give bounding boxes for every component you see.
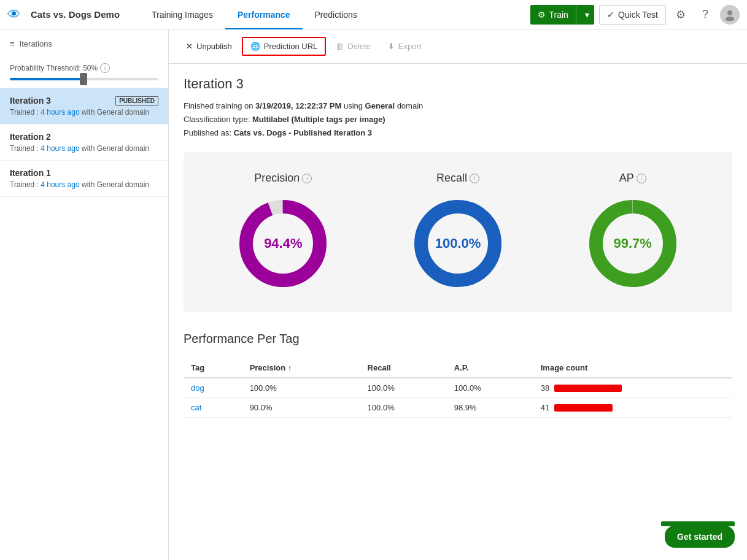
threshold-section: Probability Threshold: 50% i: [0, 56, 168, 88]
info-line-2: Classification type: Multilabel (Multipl…: [184, 113, 732, 126]
metrics-container: Precision i 94.4% Recall: [184, 152, 732, 312]
info-date: 3/19/2019, 12:22:37 PM: [255, 101, 341, 110]
cat-count-cell: 41: [533, 398, 732, 418]
ap-metric: AP i 99.7%: [584, 172, 682, 293]
main-content: ✕ Unpublish 🌐 Prediction URL 🗑 Delete ⬇ …: [169, 29, 747, 560]
quick-test-label: Quick Test: [618, 10, 658, 20]
ap-donut: 99.7%: [584, 194, 682, 293]
info-published-as: Cats vs. Dogs - Published Iteration 3: [234, 128, 372, 137]
prediction-url-label: Prediction URL: [264, 42, 317, 51]
dog-tag-cell: dog: [184, 378, 242, 398]
precision-donut: 94.4%: [234, 194, 332, 293]
iteration-info: Finished training on 3/19/2019, 12:22:37…: [184, 99, 732, 140]
ap-info-icon[interactable]: i: [637, 174, 646, 183]
sort-up-icon: ↑: [288, 363, 292, 372]
info-line-1: Finished training on 3/19/2019, 12:22:37…: [184, 99, 732, 113]
threshold-slider[interactable]: [10, 78, 158, 80]
export-label: Export: [398, 42, 422, 51]
sidebar-iterations-section: ≡ Iterations: [0, 39, 168, 56]
tab-training-images[interactable]: Training Images: [139, 0, 225, 29]
dog-bar: [554, 385, 622, 392]
col-image-count: Image count: [533, 358, 732, 378]
prediction-url-button[interactable]: 🌐 Prediction URL: [242, 37, 326, 56]
published-badge: PUBLISHED: [115, 96, 158, 105]
recall-metric: Recall i 100.0%: [409, 172, 507, 293]
sidebar: ≡ Iterations Probability Threshold: 50% …: [0, 29, 169, 560]
iterations-label: ≡ Iterations: [10, 39, 158, 48]
download-icon: ⬇: [388, 42, 395, 51]
cat-bar: [554, 404, 613, 412]
recall-info-icon[interactable]: i: [470, 174, 479, 183]
main-layout: ≡ Iterations Probability Threshold: 50% …: [0, 29, 747, 560]
layers-icon: ≡: [10, 39, 15, 48]
dog-count-cell: 38: [533, 378, 732, 398]
perf-table: Tag Precision ↑ Recall A.P. Image count …: [184, 358, 732, 418]
slider-thumb[interactable]: [80, 73, 87, 85]
train-main[interactable]: ⚙ Train: [530, 5, 576, 25]
iteration-item-2[interactable]: Iteration 2 Trained : 4 hours ago with G…: [0, 125, 168, 161]
gear-icon: ⚙: [538, 10, 546, 20]
unpublish-label: Unpublish: [196, 42, 232, 51]
train-label: Train: [549, 10, 568, 20]
page-content: Iteration 3 Finished training on 3/19/20…: [169, 64, 747, 430]
train-button[interactable]: ⚙ Train ▾: [530, 5, 594, 25]
cat-tag-link[interactable]: cat: [191, 403, 201, 412]
cat-precision-cell: 90.0%: [242, 398, 360, 418]
iteration-2-detail: Trained : 4 hours ago with General domai…: [10, 144, 158, 153]
page-title: Iteration 3: [184, 76, 732, 92]
delete-button[interactable]: 🗑 Delete: [328, 38, 378, 55]
iteration-1-header: Iteration 1: [10, 168, 158, 178]
iteration-2-header: Iteration 2: [10, 132, 158, 142]
info-line-3: Published as: Cats vs. Dogs - Published …: [184, 126, 732, 140]
col-recall: Recall: [360, 358, 447, 378]
dog-ap-cell: 100.0%: [447, 378, 533, 398]
ap-value: 99.7%: [613, 236, 651, 251]
dog-precision-cell: 100.0%: [242, 378, 360, 398]
help-button[interactable]: ?: [695, 5, 715, 25]
iteration-1-detail: Trained : 4 hours ago with General domai…: [10, 180, 158, 189]
content-toolbar: ✕ Unpublish 🌐 Prediction URL 🗑 Delete ⬇ …: [169, 29, 747, 64]
app-title: Cats vs. Dogs Demo: [31, 9, 120, 20]
info-classification: Multilabel (Multiple tags per image): [252, 115, 385, 124]
iteration-3-time-link[interactable]: 4 hours ago: [41, 108, 79, 117]
recall-donut: 100.0%: [409, 194, 507, 293]
dog-recall-cell: 100.0%: [360, 378, 447, 398]
iteration-2-time-link[interactable]: 4 hours ago: [41, 144, 79, 153]
settings-button[interactable]: ⚙: [671, 5, 691, 25]
table-body: dog 100.0% 100.0% 100.0% 38: [184, 378, 732, 418]
iteration-1-time-link[interactable]: 4 hours ago: [41, 180, 79, 189]
col-ap: A.P.: [447, 358, 533, 378]
tab-predictions[interactable]: Predictions: [303, 0, 370, 29]
dog-tag-link[interactable]: dog: [191, 383, 204, 393]
app-logo: 👁: [7, 7, 21, 23]
threshold-info-icon[interactable]: i: [100, 63, 110, 73]
quick-test-button[interactable]: ✓ Quick Test: [599, 5, 666, 25]
train-dropdown-arrow[interactable]: ▾: [580, 5, 594, 25]
iteration-2-name: Iteration 2: [10, 132, 51, 142]
iteration-item-1[interactable]: Iteration 1 Trained : 4 hours ago with G…: [0, 161, 168, 197]
header-actions: ⚙ Train ▾ ✓ Quick Test ⚙ ?: [530, 5, 740, 25]
slider-fill: [10, 78, 84, 80]
iteration-1-name: Iteration 1: [10, 168, 51, 178]
trash-icon: 🗑: [336, 42, 344, 51]
tab-performance[interactable]: Performance: [225, 0, 303, 29]
ap-label: AP i: [619, 172, 646, 185]
avatar-icon: [724, 9, 736, 21]
export-button[interactable]: ⬇ Export: [381, 38, 429, 55]
iteration-item-3[interactable]: Iteration 3 PUBLISHED Trained : 4 hours …: [0, 88, 168, 125]
iteration-3-name: Iteration 3: [10, 96, 51, 105]
main-nav: Training Images Performance Predictions: [139, 0, 525, 29]
user-avatar[interactable]: [720, 5, 740, 25]
get-started-button[interactable]: Get started: [665, 526, 735, 548]
unpublish-button[interactable]: ✕ Unpublish: [179, 38, 239, 55]
precision-info-icon[interactable]: i: [302, 174, 312, 183]
svg-point-0: [727, 10, 732, 15]
perf-per-tag-title: Performance Per Tag: [184, 332, 732, 346]
table-header-row: Tag Precision ↑ Recall A.P. Image count: [184, 358, 732, 378]
header: 👁 Cats vs. Dogs Demo Training Images Per…: [0, 0, 747, 29]
table-header: Tag Precision ↑ Recall A.P. Image count: [184, 358, 732, 378]
cat-ap-cell: 98.9%: [447, 398, 533, 418]
cat-tag-cell: cat: [184, 398, 242, 418]
col-precision[interactable]: Precision ↑: [242, 358, 360, 378]
table-row: cat 90.0% 100.0% 98.9% 41: [184, 398, 732, 418]
